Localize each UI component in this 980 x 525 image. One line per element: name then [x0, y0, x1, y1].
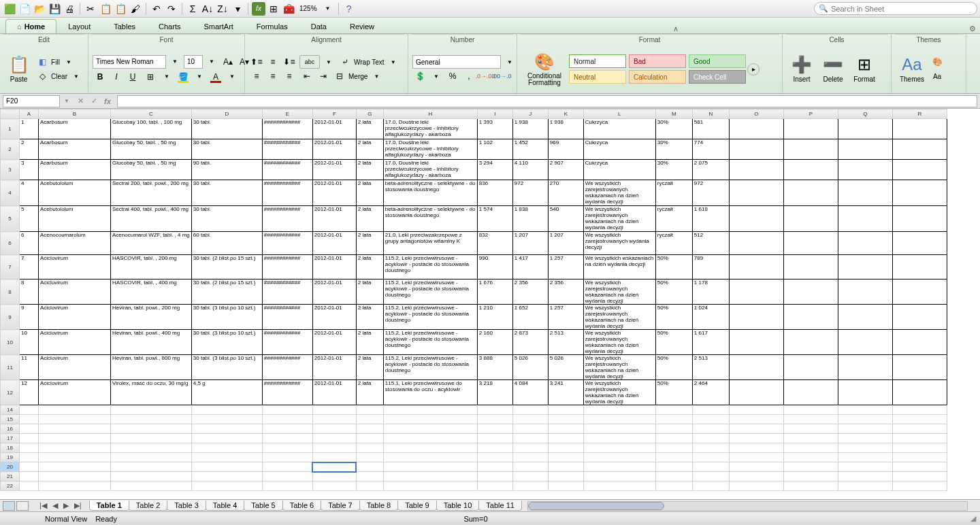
cell[interactable]: We wszystkich zarejestrowanych wskazania… [583, 180, 655, 206]
row-header-11[interactable]: 11 [1, 355, 20, 380]
cell[interactable] [512, 434, 548, 443]
cell[interactable] [838, 462, 892, 472]
sheet-tab-8[interactable]: Table 8 [359, 501, 398, 511]
italic-button[interactable]: I [109, 70, 124, 84]
cell[interactable] [548, 472, 583, 481]
cell[interactable] [583, 424, 655, 434]
cell[interactable] [191, 481, 262, 491]
cell[interactable] [383, 405, 477, 415]
cell[interactable]: 4 110 [512, 160, 548, 180]
cell[interactable]: Sectral 200, tabl. powl., 200 mg [111, 180, 192, 206]
cell[interactable] [655, 415, 692, 424]
cell[interactable] [262, 405, 312, 415]
cell[interactable]: 2 075 [692, 160, 729, 180]
cell[interactable] [729, 139, 783, 160]
cell[interactable]: 1 652 [512, 305, 548, 330]
cell[interactable]: ############ [262, 232, 312, 255]
cell[interactable] [312, 443, 356, 453]
cell[interactable] [783, 481, 838, 491]
cell[interactable] [39, 453, 111, 462]
cell[interactable] [729, 280, 783, 305]
cell[interactable]: 2 lata [356, 180, 383, 206]
increase-indent-icon[interactable]: ⇥ [316, 69, 331, 83]
copy-icon[interactable]: 📋 [99, 2, 112, 16]
row-header-14[interactable]: 14 [1, 405, 20, 415]
cell[interactable] [838, 139, 892, 160]
cell[interactable] [892, 330, 947, 355]
sort-asc-icon[interactable]: A↓ [201, 2, 214, 16]
cell[interactable]: 30 tabl. [191, 206, 262, 232]
cell[interactable] [692, 462, 729, 472]
align-top-icon[interactable]: ⬆≡ [249, 55, 264, 69]
cell[interactable]: We wszystkich wskazaniach na dzień wydan… [583, 255, 655, 280]
cell[interactable]: ryczałt [655, 180, 692, 206]
align-bottom-icon[interactable]: ⬇≡ [282, 55, 297, 69]
fill-color-dropdown-icon[interactable]: ▼ [192, 70, 207, 84]
cell[interactable] [356, 443, 383, 453]
cell[interactable] [312, 424, 356, 434]
cell[interactable]: beta-adrenolityczne - selektywne - do st… [383, 180, 477, 206]
decrease-decimal-icon[interactable]: .0→.00 [478, 69, 493, 83]
merge-dropdown-icon[interactable]: ▼ [369, 69, 384, 83]
cell[interactable]: 969 [548, 139, 583, 160]
cell[interactable]: 50% [655, 380, 692, 405]
cell[interactable] [838, 330, 892, 355]
cell[interactable]: Cukrzyca [583, 160, 655, 180]
cell[interactable]: 3 888 [477, 355, 512, 380]
filter-icon[interactable]: ▾ [231, 2, 244, 16]
paste-icon[interactable]: 📋 [114, 2, 127, 16]
cell[interactable]: beta-adrenolityczne - selektywne - do st… [383, 206, 477, 232]
search-input[interactable] [831, 5, 967, 13]
cell[interactable] [729, 380, 783, 405]
sheet-tab-10[interactable]: Table 10 [436, 501, 480, 511]
cell[interactable] [838, 472, 892, 481]
cell[interactable] [783, 443, 838, 453]
app-menu-icon[interactable]: 🟩 [3, 2, 16, 16]
cell[interactable]: 540 [548, 206, 583, 232]
cell[interactable] [356, 405, 383, 415]
cell[interactable] [191, 462, 262, 472]
cell[interactable]: 1 102 [477, 139, 512, 160]
cell[interactable]: 21.0, Leki przeciwzakrzepowe z grupy ant… [383, 232, 477, 255]
redo-icon[interactable]: ↷ [165, 2, 178, 16]
cell[interactable] [783, 424, 838, 434]
cell[interactable] [838, 232, 892, 255]
col-header-F[interactable]: F [312, 109, 356, 119]
cell[interactable] [383, 443, 477, 453]
cell[interactable] [312, 434, 356, 443]
cell[interactable] [783, 415, 838, 424]
col-header-J[interactable]: J [512, 109, 548, 119]
cell[interactable] [655, 424, 692, 434]
sheet-tab-7[interactable]: Table 7 [321, 501, 359, 511]
cell[interactable]: 50% [655, 280, 692, 305]
cell[interactable]: 2 lata [356, 206, 383, 232]
border-button[interactable]: ⊞ [143, 70, 158, 84]
cell[interactable]: 836 [477, 180, 512, 206]
cell[interactable]: ryczałt [655, 232, 692, 255]
cell[interactable] [20, 405, 39, 415]
cell[interactable]: ############ [262, 180, 312, 206]
themes-button[interactable]: AaThemes [896, 48, 928, 91]
cell[interactable] [892, 119, 947, 139]
cell[interactable] [655, 443, 692, 453]
cell[interactable] [729, 255, 783, 280]
cell[interactable]: 30 tabl. (3 blist.po 10 szt.) [191, 330, 262, 355]
format-button[interactable]: ⊞Format [849, 48, 879, 91]
cell[interactable] [838, 160, 892, 180]
cell[interactable]: 115.2, Leki przeciwwirusowe - acyklowir … [383, 305, 477, 330]
cell[interactable] [892, 415, 947, 424]
cell[interactable]: Aciclovirum [39, 280, 111, 305]
cell[interactable] [356, 415, 383, 424]
cell[interactable]: Heviran, tabl. powl., 800 mg [111, 355, 192, 380]
cell[interactable] [838, 453, 892, 462]
cell[interactable] [262, 424, 312, 434]
cell[interactable] [477, 481, 512, 491]
style-neutral[interactable]: Neutral [569, 70, 626, 84]
cell[interactable]: Cukrzyca [583, 119, 655, 139]
cell[interactable]: 17.0, Doustne leki przeciwcukrzycowe - i… [383, 160, 477, 180]
cell[interactable]: ############ [262, 160, 312, 180]
cell[interactable] [729, 472, 783, 481]
font-name-select[interactable]: Times New Roman [93, 55, 166, 69]
col-header-I[interactable]: I [477, 109, 512, 119]
cell[interactable]: 1 024 [692, 305, 729, 330]
